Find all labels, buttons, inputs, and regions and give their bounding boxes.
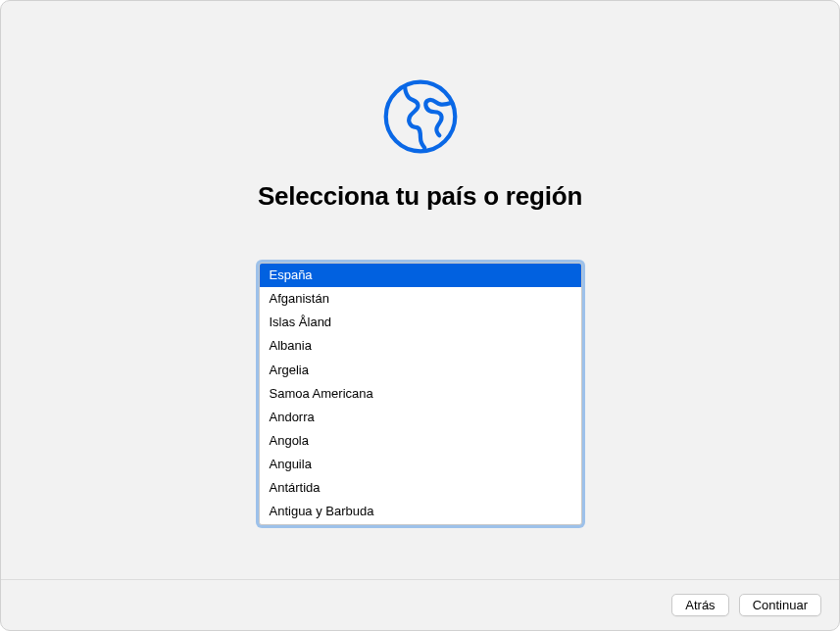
setup-assistant-window: Selecciona tu país o región EspañaAfgani… — [0, 0, 840, 631]
country-list-item[interactable]: Antártida — [260, 476, 581, 500]
country-list-item[interactable]: Afganistán — [260, 287, 581, 311]
country-list-item[interactable]: Angola — [260, 429, 581, 453]
country-list-item[interactable]: Andorra — [260, 406, 581, 429]
country-list-item[interactable]: Albania — [260, 334, 581, 358]
country-list[interactable]: EspañaAfganistánIslas ÅlandAlbaniaArgeli… — [259, 263, 582, 525]
main-content: Selecciona tu país o región EspañaAfgani… — [1, 1, 839, 579]
back-button[interactable]: Atrás — [671, 594, 728, 616]
country-list-item[interactable]: Antigua y Barbuda — [260, 500, 581, 523]
country-list-item[interactable]: España — [260, 264, 581, 287]
country-list-item[interactable]: Islas Åland — [260, 311, 581, 334]
country-list-item[interactable]: Samoa Americana — [260, 382, 581, 406]
page-title: Selecciona tu país o región — [258, 181, 582, 212]
globe-icon — [379, 75, 462, 158]
country-list-item[interactable]: Argelia — [260, 359, 581, 382]
continue-button[interactable]: Continuar — [739, 594, 821, 616]
footer-bar: Atrás Continuar — [1, 579, 839, 630]
country-list-item[interactable]: Anguila — [260, 453, 581, 476]
